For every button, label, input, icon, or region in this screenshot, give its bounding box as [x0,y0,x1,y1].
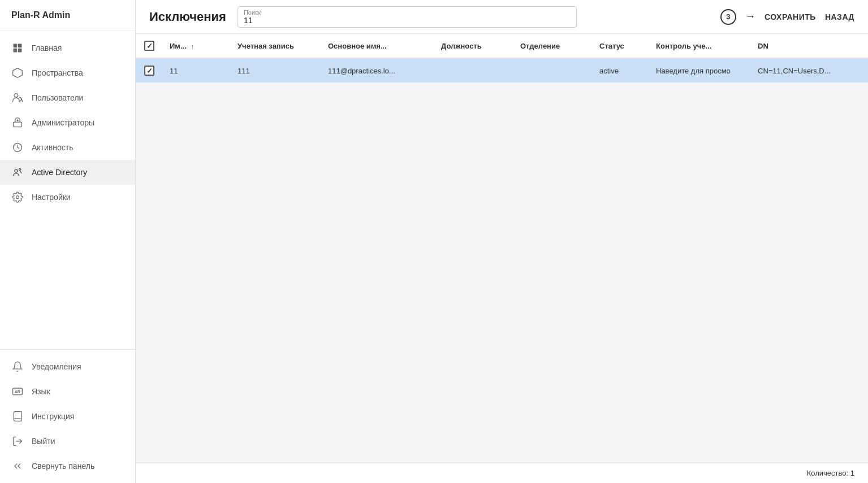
col-header-account[interactable]: Учетная запись [231,34,321,58]
col-header-dept[interactable]: Отделение [513,34,593,58]
settings-icon [11,191,24,203]
count-value: 1 [850,469,854,477]
row-check-cell [136,58,163,82]
sidebar-item-language-label: Язык [32,387,50,396]
col-position-label: Должность [441,42,482,50]
row-dept-cell [513,58,593,82]
col-control-label: Контроль уче... [656,42,711,50]
count-label: Количество: [807,469,848,477]
col-status-label: Статус [599,42,624,50]
exclusions-table: Им... ↑ Учетная запись Основное имя... Д… [136,34,868,82]
svg-rect-1 [18,44,22,48]
col-header-primary[interactable]: Основное имя... [321,34,434,58]
row-status-cell: active [593,58,649,82]
search-label: Поиск [244,9,571,16]
back-button[interactable]: НАЗАД [825,12,854,21]
sidebar-item-users-label: Пользователи [32,93,83,102]
col-header-control[interactable]: Контроль уче... [649,34,751,58]
col-header-position[interactable]: Должность [434,34,513,58]
sidebar-item-users[interactable]: Пользователи [0,85,135,110]
sidebar: Plan-R Admin Главная Пространства Пользо… [0,0,136,483]
book-icon [11,410,24,423]
page-title: Исключения [149,10,226,24]
save-button[interactable]: СОХРАНИТЬ [765,12,816,21]
activity-icon [11,141,24,154]
col-name-label: Им... [170,42,187,50]
sidebar-item-active-directory[interactable]: Active Directory [0,160,135,185]
search-area: Поиск 11 [237,6,709,28]
content-area: Им... ↑ Учетная запись Основное имя... Д… [136,34,868,463]
sidebar-item-home-label: Главная [32,43,62,53]
sidebar-item-notifications[interactable]: Уведомления [0,354,135,379]
search-box[interactable]: Поиск 11 [237,6,577,28]
svg-text:АВ: АВ [15,390,20,394]
sort-asc-icon: ↑ [191,43,194,50]
users-icon [11,92,24,104]
sidebar-item-activity[interactable]: Активность [0,135,135,160]
sidebar-item-home[interactable]: Главная [0,36,135,60]
svg-point-4 [14,94,18,98]
sidebar-item-logout-label: Выйти [32,437,55,446]
row-checkbox[interactable] [144,66,154,76]
sidebar-item-spaces-label: Пространства [32,68,83,77]
sidebar-item-admins[interactable]: Администраторы [0,110,135,135]
svg-rect-5 [14,122,22,127]
sidebar-item-language[interactable]: АВ Язык [0,379,135,404]
table-body: 11 111 111@dpractices.lo... active Навед… [136,58,868,82]
svg-point-10 [16,196,19,199]
sidebar-item-admins-label: Администраторы [32,118,94,127]
svg-point-8 [15,169,18,172]
sidebar-nav: Главная Пространства Пользователи Админи… [0,31,135,349]
language-icon: АВ [11,385,24,398]
sidebar-item-logout[interactable]: Выйти [0,429,135,454]
sidebar-item-settings[interactable]: Настройки [0,185,135,210]
select-all-checkbox[interactable] [144,41,154,51]
home-icon [11,42,24,54]
sidebar-collapse-label: Свернуть панель [32,462,94,471]
sidebar-item-spaces[interactable]: Пространства [0,60,135,85]
svg-point-6 [16,119,18,121]
bell-icon [11,360,24,373]
search-value: 11 [244,16,253,25]
sidebar-item-settings-label: Настройки [32,193,71,202]
row-primary-cell: 111@dpractices.lo... [321,58,434,82]
header: Исключения Поиск 11 3 → СОХРАНИТЬ НАЗАД [136,0,868,34]
svg-rect-0 [14,44,18,48]
sidebar-bottom: Уведомления АВ Язык Инструкция Выйти [0,349,135,483]
sidebar-item-active-directory-label: Active Directory [32,168,87,177]
row-control-cell: Наведите для просмо [649,58,751,82]
arrow-icon: → [745,11,755,23]
col-header-dn[interactable]: DN [751,34,868,58]
sidebar-item-manual[interactable]: Инструкция [0,404,135,429]
svg-rect-3 [18,49,22,53]
app-logo: Plan-R Admin [0,0,135,31]
svg-point-9 [19,168,21,170]
col-primary-label: Основное имя... [328,42,387,50]
row-position-cell [434,58,513,82]
table-row[interactable]: 11 111 111@dpractices.lo... active Навед… [136,58,868,82]
row-dn-cell: CN=11,CN=Users,D... [751,58,868,82]
col-header-status[interactable]: Статус [593,34,649,58]
main-content: Исключения Поиск 11 3 → СОХРАНИТЬ НАЗАД [136,0,868,483]
annotation-3-badge: 3 [720,9,736,25]
table-header-row: Им... ↑ Учетная запись Основное имя... Д… [136,34,868,58]
sidebar-collapse[interactable]: Свернуть панель [0,454,135,478]
table-container: Им... ↑ Учетная запись Основное имя... Д… [136,34,868,82]
row-name-cell: 11 [163,58,231,82]
spaces-icon [11,67,24,79]
collapse-icon [11,460,24,472]
col-header-check [136,34,163,58]
col-account-label: Учетная запись [237,42,294,50]
col-header-name[interactable]: Им... ↑ [163,34,231,58]
sidebar-item-notifications-label: Уведомления [32,362,81,371]
sidebar-item-activity-label: Активность [32,143,74,152]
footer: Количество: 1 [136,463,868,483]
col-dn-label: DN [758,42,768,50]
admins-icon [11,116,24,129]
logout-icon [11,435,24,447]
row-account-cell: 111 [231,58,321,82]
active-directory-icon [11,166,24,179]
sidebar-item-manual-label: Инструкция [32,412,74,421]
svg-rect-2 [14,49,18,53]
col-dept-label: Отделение [520,42,560,50]
